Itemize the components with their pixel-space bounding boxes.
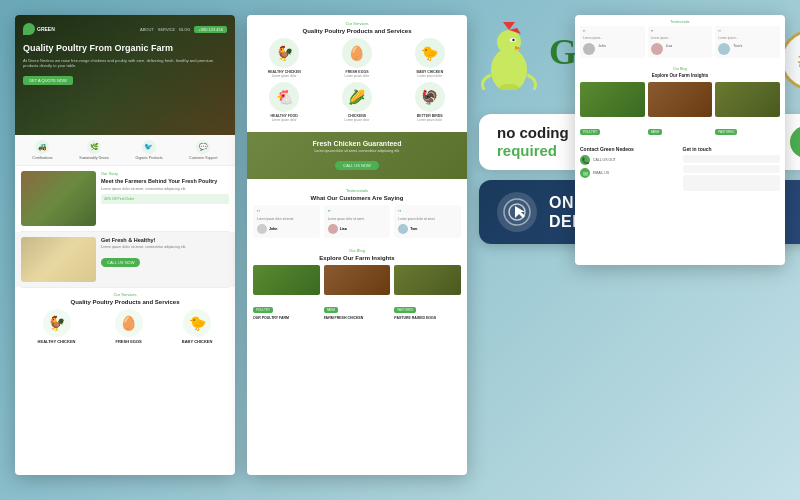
baby-chicken-icon: 🐤 (183, 309, 211, 337)
contact-email-item: ✉ EMAIL US (580, 168, 678, 178)
nav-link-about[interactable]: ABOUT (140, 27, 154, 32)
baby-chicken-name: BABY CHICKEN (182, 339, 213, 344)
right-quote-1: " (651, 29, 710, 36)
contact-field-2 (683, 165, 781, 173)
blog-item-2: PASTURED PASTURE RAISED EGGS (394, 265, 461, 320)
left-hero-subtitle: At Green Nedeos we raise free-range chic… (23, 58, 227, 68)
rooster-icon (479, 20, 539, 99)
testimonial-2: " Lorem ipsum dolor sit amet. Tom (394, 205, 461, 238)
nav-link-service[interactable]: SERVICE (158, 27, 176, 32)
center-testimonials-label: Testimonials (253, 188, 461, 193)
center-product-2: 🐤 BABY CHICKEN Lorem ipsum dolor (399, 38, 461, 78)
right-testimonials: Testimonials " Lorem ipsum... John " Lor… (575, 15, 785, 63)
center-product-0: 🐓 HEALTHY CHICKEN Lorem ipsum dolor (253, 38, 315, 78)
contact-form: Contact Green Nedeos 📞 CALL US OUT ✉ EMA… (580, 146, 678, 193)
left-features: 🚜 Certifications 🌿 Sustainably Grown 🐦 O… (15, 135, 235, 166)
blog-tag-0: POULTRY (253, 307, 273, 313)
left-fresh: Get Fresh & Healthy! Lorem ipsum dolor s… (15, 232, 235, 287)
left-nav-logo: GREEN (23, 23, 55, 35)
center-mockup: Our Services Quality Poultry Products an… (247, 15, 467, 475)
fresh-title: Get Fresh & Healthy! (101, 237, 229, 243)
eggs-name: FRESH EGGS (115, 339, 143, 344)
right-testimonial-text-1: Lorem ipsum... (651, 36, 710, 40)
email-icon: ✉ (580, 168, 590, 178)
left-hero-cta[interactable]: GET A QUOTE NOW (23, 76, 73, 85)
center-banner-text: Lorem ipsum dolor sit amet, consectetur … (255, 149, 459, 153)
main-container: GREEN ABOUT SERVICE BLOG +000 123 456 Qu… (0, 0, 800, 500)
author-avatar-0 (257, 224, 267, 234)
right-blog-title: Explore Our Farm Insights (580, 73, 780, 78)
fresh-cta[interactable]: CALL US NOW (101, 258, 140, 267)
center-banner-cta[interactable]: CALL US NOW (335, 161, 378, 170)
testimonial-author-1: Lisa (328, 224, 387, 234)
blog-title-0: OUR POULTRY FARM (253, 316, 320, 320)
blog-img-0 (253, 265, 320, 295)
testimonial-0: " Lorem ipsum dolor sit amet. John (253, 205, 320, 238)
nav-phone-btn[interactable]: +000 123 456 (194, 26, 227, 33)
check-icon: ✓ (790, 126, 800, 158)
organic-icon: 🐦 (142, 140, 156, 154)
right-author-name-2: Tom's (733, 44, 742, 55)
center-product-icon-1: 🥚 (342, 38, 372, 68)
center-banner: Fresh Chicken Guaranteed Lorem ipsum dol… (247, 132, 467, 179)
right-blog-tag-1: FARM (648, 129, 662, 135)
sustainable-label: Sustainably Grown (79, 156, 108, 160)
contact-email-text: EMAIL US (593, 171, 609, 175)
product-chicken: 🐓 HEALTHY CHICKEN (38, 309, 76, 344)
center-banner-title: Fresh Chicken Guaranteed (255, 140, 459, 147)
right-panel: GREEN NEDEOS W e #1 (479, 15, 800, 485)
story-text: Lorem ipsum dolor sit amet, consectetur … (101, 187, 229, 192)
blog-img-2 (394, 265, 461, 295)
right-testimonial-0: " Lorem ipsum... John (580, 26, 645, 58)
center-product-icon-2: 🐤 (415, 38, 445, 68)
story-title: Meet the Farmers Behind Your Fresh Poult… (101, 178, 229, 185)
eggs-icon: 🥚 (115, 309, 143, 337)
feature-certifications: 🚜 Certifications (32, 140, 52, 160)
contact-phone-text: CALL US OUT (593, 158, 616, 162)
testimonial-text-0: Lorem ipsum dolor sit amet. (257, 217, 316, 221)
right-blog-tag-0: POULTRY (580, 129, 600, 135)
fresh-content: Get Fresh & Healthy! Lorem ipsum dolor s… (101, 237, 229, 282)
contact-phone-item: 📞 CALL US OUT (580, 155, 678, 165)
author-avatar-2 (398, 224, 408, 234)
organic-label: Organic Products (135, 156, 162, 160)
feature-sustainable: 🌿 Sustainably Grown (79, 140, 108, 160)
phone-icon: 📞 (580, 155, 590, 165)
right-testimonials-label: Testimonials (580, 20, 780, 24)
left-logo-icon (23, 23, 35, 35)
svg-point-1 (497, 30, 521, 54)
contact-field-3 (683, 175, 781, 191)
right-blog-img-0 (580, 82, 645, 117)
certifications-label: Certifications (32, 156, 52, 160)
left-hero-title: Quality Poultry From Organic Farm (23, 43, 227, 55)
testimonial-text-1: Lorem ipsum dolor sit amet. (328, 217, 387, 221)
center-product-desc-2: Lorem ipsum dolor (399, 74, 461, 78)
support-icon: 💬 (196, 140, 210, 154)
story-discount: 40% Off First Order (101, 194, 229, 204)
center-services-label: Our Services (253, 21, 461, 26)
center-product-desc-1: Lorem ipsum dolor (326, 74, 388, 78)
blog-img-1 (324, 265, 391, 295)
right-quote-2: " (718, 29, 777, 36)
get-in-touch: Get in touch (683, 146, 781, 193)
left-products-grid: 🐓 HEALTHY CHICKEN 🥚 FRESH EGGS 🐤 BABY CH… (21, 309, 229, 344)
feature-organic: 🐦 Organic Products (135, 140, 162, 160)
center-product-4: 🌽 CHICKENS Lorem ipsum dolor (326, 82, 388, 122)
nav-link-blog[interactable]: BLOG (179, 27, 190, 32)
center-blog-grid: POULTRY OUR POULTRY FARM FARM FARM FRESH… (253, 265, 461, 320)
right-author-2: Tom's (718, 43, 777, 55)
right-blog-tag-2: PASTURED (715, 129, 737, 135)
left-hero: GREEN ABOUT SERVICE BLOG +000 123 456 Qu… (15, 15, 235, 135)
right-blog-item-1: FARM (648, 82, 713, 137)
right-author-1: Lisa (651, 43, 710, 55)
right-blog-item-2: PASTURED (715, 82, 780, 137)
testimonial-text-2: Lorem ipsum dolor sit amet. (398, 217, 457, 221)
right-testimonial-1: " Lorem ipsum... Lisa (648, 26, 713, 58)
center-blog: Our Blog Explore Our Farm Insights POULT… (247, 243, 467, 325)
center-product-desc-0: Lorem ipsum dolor (253, 74, 315, 78)
story-content: Our Story Meet the Farmers Behind Your F… (101, 171, 229, 226)
quote-icon-0: " (257, 209, 316, 217)
right-blog-grid: POULTRY FARM PASTURED (580, 82, 780, 137)
chicken-name: HEALTHY CHICKEN (38, 339, 76, 344)
right-quote-0: " (583, 29, 642, 36)
